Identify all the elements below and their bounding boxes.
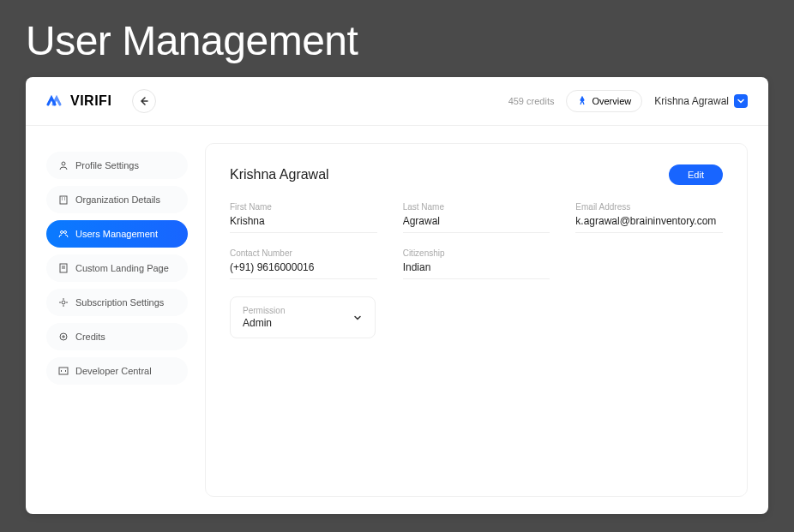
logo-text: VIRIFI — [70, 93, 111, 109]
sidebar-item-subscription-settings[interactable]: Subscription Settings — [46, 289, 188, 316]
page-icon — [58, 263, 69, 273]
panel-header: Krishna Agrawal Edit — [230, 164, 723, 185]
main-panel: Krishna Agrawal Edit First Name Krishna … — [205, 143, 748, 497]
edit-button[interactable]: Edit — [669, 164, 723, 185]
svg-point-0 — [62, 162, 65, 165]
sidebar-item-credits[interactable]: Credits — [46, 323, 188, 350]
user-icon — [58, 160, 69, 170]
field-label: Citizenship — [403, 248, 550, 258]
field-contact: Contact Number (+91) 9616000016 — [230, 248, 377, 279]
permission-value: Admin — [243, 317, 285, 329]
code-icon — [58, 366, 69, 376]
rocket-icon — [577, 96, 587, 106]
permission-label: Permission — [243, 306, 285, 315]
gear-icon — [58, 297, 69, 308]
sidebar-item-label: Developer Central — [75, 366, 152, 376]
users-icon — [58, 229, 69, 239]
form-grid: First Name Krishna Last Name Agrawal Ema… — [230, 202, 723, 279]
sidebar-item-label: Credits — [75, 332, 105, 342]
chevron-down-icon — [734, 94, 748, 108]
svg-rect-1 — [60, 196, 67, 204]
field-label: Contact Number — [230, 248, 377, 258]
field-label: Last Name — [403, 202, 550, 212]
logo: VIRIFI — [46, 93, 111, 109]
user-menu[interactable]: Krishna Agrawal — [654, 94, 748, 108]
chevron-down-icon — [352, 313, 363, 323]
field-value: k.agrawal@braininventory.com — [575, 215, 723, 227]
sidebar-item-label: Organization Details — [75, 194, 160, 205]
content: Profile Settings Organization Details Us… — [26, 126, 768, 514]
sidebar-item-label: Subscription Settings — [75, 297, 164, 308]
building-icon — [58, 194, 69, 205]
svg-point-3 — [64, 231, 67, 234]
header: VIRIFI 459 credits Overview Krishna Agra… — [26, 77, 768, 126]
permission-select[interactable]: Permission Admin — [230, 296, 376, 338]
sidebar-item-developer-central[interactable]: Developer Central — [46, 357, 188, 385]
field-first-name: First Name Krishna — [230, 202, 377, 233]
field-email: Email Address k.agrawal@braininventory.c… — [575, 202, 723, 233]
sidebar-item-label: Custom Landing Page — [75, 263, 169, 273]
field-value: Krishna — [230, 215, 377, 227]
app-window: VIRIFI 459 credits Overview Krishna Agra… — [26, 77, 768, 514]
sidebar-item-label: Profile Settings — [75, 160, 139, 170]
field-citizenship: Citizenship Indian — [403, 248, 550, 279]
sidebar: Profile Settings Organization Details Us… — [46, 143, 188, 497]
panel-title: Krishna Agrawal — [230, 167, 329, 182]
field-value: Indian — [403, 261, 550, 273]
credits-icon — [58, 332, 69, 342]
sidebar-item-label: Users Management — [75, 229, 158, 239]
sidebar-item-custom-landing-page[interactable]: Custom Landing Page — [46, 254, 188, 282]
field-value: Agrawal — [403, 215, 550, 227]
svg-point-2 — [61, 231, 63, 234]
credits-text: 459 credits — [508, 96, 555, 106]
overview-button[interactable]: Overview — [566, 90, 642, 112]
field-label: Email Address — [575, 202, 723, 212]
field-value: (+91) 9616000016 — [230, 261, 377, 273]
field-last-name: Last Name Agrawal — [403, 202, 550, 233]
overview-label: Overview — [592, 96, 631, 106]
logo-icon — [46, 94, 65, 108]
user-name: Krishna Agrawal — [654, 95, 729, 107]
sidebar-item-organization-details[interactable]: Organization Details — [46, 186, 188, 213]
arrow-left-icon — [139, 96, 149, 106]
page-title: User Management — [0, 0, 794, 77]
sidebar-item-profile-settings[interactable]: Profile Settings — [46, 152, 188, 179]
field-label: First Name — [230, 202, 377, 212]
svg-point-5 — [62, 301, 65, 304]
back-button[interactable] — [132, 89, 156, 113]
sidebar-item-users-management[interactable]: Users Management — [46, 220, 188, 248]
